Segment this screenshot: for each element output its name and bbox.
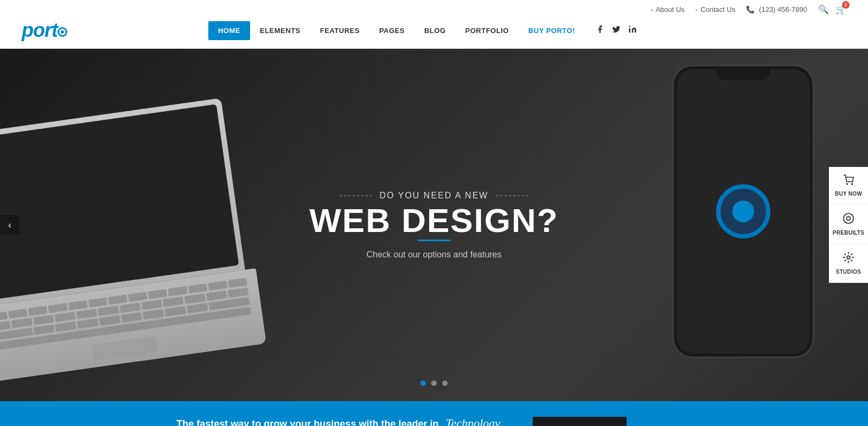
key bbox=[98, 306, 119, 316]
nav-item-pages[interactable]: PAGES bbox=[369, 21, 414, 40]
key bbox=[168, 286, 188, 296]
top-bar: › About Us › Contact Us 📞 (123) 456-7890… bbox=[0, 0, 868, 19]
hero-subtitle: DO YOU NEED A NEW bbox=[380, 191, 489, 201]
svg-point-3 bbox=[844, 214, 853, 223]
hero-section: DO YOU NEED A NEW WEB DESIGN? Check out … bbox=[0, 49, 868, 401]
studios-float-button[interactable]: STUDIOS bbox=[829, 244, 868, 283]
nav-bar: port HOME ELEMENTS FEATURES PAGES BLOG P… bbox=[0, 19, 868, 48]
key bbox=[33, 315, 54, 325]
key bbox=[55, 321, 76, 332]
cart-icon bbox=[843, 175, 854, 188]
key bbox=[76, 309, 97, 319]
phone-illustration bbox=[673, 65, 825, 379]
key bbox=[228, 278, 247, 288]
key bbox=[121, 312, 142, 322]
hero-divider-right bbox=[496, 195, 528, 196]
key bbox=[187, 303, 208, 313]
banner-main-text: The fastest way to grow your business wi… bbox=[176, 416, 500, 426]
phone-logo-inner bbox=[732, 201, 754, 222]
hero-divider-left bbox=[340, 195, 372, 196]
studios-icon bbox=[843, 251, 854, 266]
touchpad bbox=[91, 336, 158, 361]
hero-title: WEB DESIGN? bbox=[309, 204, 558, 237]
twitter-link[interactable] bbox=[612, 25, 621, 36]
buy-now-label: BUY NOW bbox=[835, 191, 862, 197]
key bbox=[148, 289, 168, 299]
hero-title-underline bbox=[418, 240, 450, 241]
search-button[interactable]: 🔍 bbox=[818, 4, 829, 15]
prebuilts-icon bbox=[843, 212, 854, 227]
nav-menu: HOME ELEMENTS FEATURES PAGES BLOG PORTFO… bbox=[208, 21, 585, 40]
key bbox=[0, 321, 11, 331]
get-started-button[interactable]: Get Started Now bbox=[533, 417, 627, 426]
buy-now-float-button[interactable]: BUY NOW bbox=[829, 167, 868, 205]
facebook-link[interactable] bbox=[596, 25, 604, 36]
slider-prev-button[interactable]: ‹ bbox=[0, 215, 20, 235]
key bbox=[208, 281, 227, 291]
logo-o bbox=[58, 27, 67, 37]
hero-description: Check out our options and features bbox=[309, 250, 558, 260]
svg-point-4 bbox=[846, 216, 850, 220]
key bbox=[184, 294, 206, 304]
sidebar-float: BUY NOW PREBUILTS STUDIOS bbox=[829, 167, 868, 283]
phone-number: 📞 (123) 456-7890 bbox=[746, 5, 807, 14]
slider-dot-3[interactable] bbox=[442, 380, 448, 386]
key bbox=[55, 312, 76, 322]
nav-item-elements[interactable]: ELEMENTS bbox=[250, 21, 310, 40]
phone-body bbox=[673, 65, 814, 358]
nav-item-blog[interactable]: BLOG bbox=[414, 21, 456, 40]
key bbox=[128, 292, 148, 302]
bottom-banner: The fastest way to grow your business wi… bbox=[0, 401, 868, 426]
key bbox=[48, 303, 68, 313]
phone-icon: 📞 bbox=[746, 5, 755, 14]
laptop-illustration bbox=[0, 62, 285, 401]
banner-text-start: The fastest way to grow your business wi… bbox=[176, 418, 438, 426]
slider-dots bbox=[420, 380, 448, 386]
studios-label: STUDIOS bbox=[836, 269, 861, 275]
nav-item-portfolio[interactable]: PORTFOLIO bbox=[456, 21, 519, 40]
key bbox=[88, 298, 107, 308]
social-icons bbox=[596, 25, 637, 36]
hero-content: DO YOU NEED A NEW WEB DESIGN? Check out … bbox=[309, 191, 558, 260]
nav-item-features[interactable]: FEATURES bbox=[310, 21, 369, 40]
prebuilts-label: PREBUILTS bbox=[833, 230, 865, 236]
arrow-icon-2: › bbox=[695, 7, 698, 13]
svg-point-5 bbox=[847, 256, 850, 259]
header: › About Us › Contact Us 📞 (123) 456-7890… bbox=[0, 0, 868, 49]
contact-us-link[interactable]: › Contact Us bbox=[695, 5, 736, 14]
key bbox=[99, 315, 120, 326]
slider-dot-1[interactable] bbox=[420, 380, 426, 386]
key bbox=[33, 325, 54, 335]
nav-item-buy-porto[interactable]: BUY PORTO! bbox=[519, 21, 585, 40]
key bbox=[11, 318, 33, 328]
key bbox=[108, 295, 127, 305]
banner-cta: Get Started Now or learn more. bbox=[533, 417, 692, 426]
about-us-link[interactable]: › About Us bbox=[651, 5, 685, 14]
phone-logo bbox=[716, 184, 770, 238]
laptop-screen bbox=[0, 104, 239, 300]
key bbox=[68, 300, 88, 311]
slider-dot-2[interactable] bbox=[431, 380, 437, 386]
prebuilts-float-button[interactable]: PREBUILTS bbox=[829, 205, 868, 244]
banner-text: The fastest way to grow your business wi… bbox=[176, 416, 500, 426]
linkedin-link[interactable] bbox=[628, 25, 637, 36]
key bbox=[227, 287, 248, 298]
logo[interactable]: port bbox=[22, 19, 67, 42]
key bbox=[188, 283, 207, 294]
svg-point-2 bbox=[852, 184, 853, 185]
cart-button[interactable]: 🛒 0 bbox=[835, 4, 846, 15]
key bbox=[163, 296, 184, 307]
nav-item-home[interactable]: HOME bbox=[208, 21, 250, 40]
banner-tech-text: Technology bbox=[445, 416, 500, 426]
phone-notch bbox=[716, 66, 770, 80]
key bbox=[77, 318, 98, 328]
hero-subtitle-row: DO YOU NEED A NEW bbox=[309, 191, 558, 201]
key bbox=[141, 300, 162, 310]
svg-point-0 bbox=[629, 25, 630, 27]
key bbox=[119, 302, 141, 313]
cart-badge: 0 bbox=[842, 1, 850, 9]
svg-point-1 bbox=[847, 184, 848, 185]
top-bar-icons: 🔍 🛒 0 bbox=[818, 4, 846, 15]
key bbox=[28, 306, 48, 316]
key bbox=[206, 291, 227, 301]
